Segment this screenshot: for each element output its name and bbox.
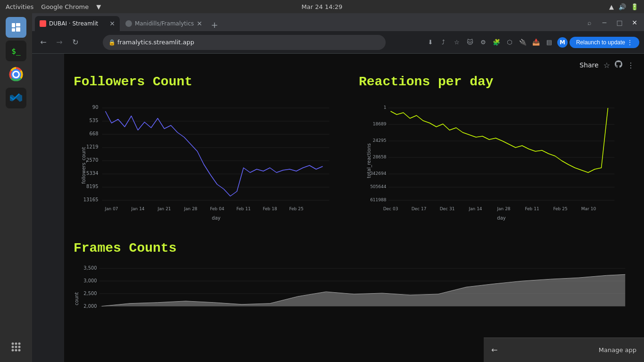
svg-point-9 bbox=[18, 343, 21, 345]
reactions-chart-title: Reactions per day bbox=[359, 74, 635, 89]
back-button[interactable]: ← bbox=[37, 36, 50, 49]
taskbar-files-icon[interactable] bbox=[6, 17, 26, 38]
taskbar-chrome-icon[interactable] bbox=[6, 64, 26, 85]
taskbar-dots-icon[interactable] bbox=[6, 337, 26, 357]
frames-section: Frames Counts 3,500 3,000 2,500 2,000 co… bbox=[74, 241, 635, 318]
svg-rect-2 bbox=[16, 23, 20, 26]
tab1-close-icon[interactable]: ✕ bbox=[109, 20, 115, 27]
tab2-close-icon[interactable]: ✕ bbox=[197, 20, 202, 27]
svg-text:day: day bbox=[497, 215, 505, 221]
tab-framalytics[interactable]: Manidills/Framalytics ✕ bbox=[121, 16, 207, 31]
svg-point-11 bbox=[15, 346, 17, 348]
extension-puzzle-icon[interactable]: 🔌 bbox=[517, 36, 529, 49]
svg-text:18689: 18689 bbox=[373, 122, 387, 126]
download-page-icon[interactable]: ⬇ bbox=[424, 36, 437, 49]
svg-text:90: 90 bbox=[92, 105, 99, 110]
svg-point-6 bbox=[14, 72, 18, 77]
sidebar-icon[interactable]: ▤ bbox=[543, 36, 555, 49]
svg-text:day: day bbox=[212, 215, 220, 221]
star-icon[interactable]: ☆ bbox=[603, 61, 610, 70]
download-icon[interactable]: 📥 bbox=[530, 36, 542, 49]
mask-icon[interactable]: 🐱 bbox=[464, 36, 476, 49]
svg-text:5334: 5334 bbox=[86, 171, 98, 176]
svg-text:2,000: 2,000 bbox=[83, 304, 97, 309]
svg-text:1219: 1219 bbox=[86, 144, 98, 149]
reactions-chart-area: 1 18689 24295 28658 342694 505644 611988… bbox=[359, 95, 635, 227]
manage-app-label[interactable]: Manage app bbox=[599, 346, 636, 354]
streamlit-header: Share ☆ ⋮ bbox=[74, 58, 635, 74]
svg-text:24295: 24295 bbox=[373, 138, 387, 143]
close-window-button[interactable]: ✕ bbox=[628, 16, 641, 29]
frames-chart-svg: 3,500 3,000 2,500 2,000 count bbox=[74, 261, 635, 318]
app-name-label: Google Chrome bbox=[41, 3, 89, 10]
back-arrow-btn[interactable]: ← bbox=[491, 346, 497, 354]
svg-text:Feb 25: Feb 25 bbox=[553, 206, 567, 211]
svg-text:Feb 11: Feb 11 bbox=[525, 206, 539, 211]
os-topbar: Activities Google Chrome ▼ Mar 24 14:29 … bbox=[0, 0, 644, 13]
volume-icon: 🔊 bbox=[619, 3, 626, 10]
svg-text:Jan 07: Jan 07 bbox=[104, 206, 118, 211]
svg-text:2570: 2570 bbox=[86, 157, 98, 163]
svg-text:611988: 611988 bbox=[370, 197, 387, 202]
svg-text:Jan 28: Jan 28 bbox=[496, 206, 510, 211]
svg-point-10 bbox=[12, 346, 14, 348]
extension-icon1[interactable]: ⚙ bbox=[477, 36, 489, 49]
svg-text:342694: 342694 bbox=[370, 171, 387, 176]
reload-button[interactable]: ↻ bbox=[69, 36, 82, 49]
svg-rect-3 bbox=[16, 27, 20, 32]
bookmark-icon[interactable]: ☆ bbox=[451, 36, 463, 49]
framalytics-favicon bbox=[125, 20, 132, 27]
tab-dubai-streamlit[interactable]: DUBAI · Streamlit ✕ bbox=[35, 16, 120, 31]
battery-icon: 🔋 bbox=[631, 3, 638, 10]
svg-text:668: 668 bbox=[89, 131, 98, 136]
followers-chart-title: Followers Count bbox=[74, 74, 349, 89]
extension-icon2[interactable]: 🧩 bbox=[490, 36, 503, 49]
share-label[interactable]: Share bbox=[579, 61, 598, 69]
svg-point-8 bbox=[15, 343, 17, 345]
maximize-button[interactable]: □ bbox=[613, 16, 626, 29]
address-bar: ← → ↻ 🔒 framalytics.streamlit.app ⬇ ⤴ ☆ … bbox=[32, 31, 644, 54]
lock-icon: 🔒 bbox=[108, 39, 116, 46]
svg-text:followers_count: followers_count bbox=[81, 147, 87, 184]
github-icon[interactable] bbox=[615, 60, 622, 70]
svg-text:Jan 28: Jan 28 bbox=[183, 206, 197, 211]
activities-label[interactable]: Activities bbox=[6, 3, 33, 10]
streamlit-favicon bbox=[40, 20, 46, 27]
svg-text:8195: 8195 bbox=[86, 184, 98, 189]
left-taskbar: $_ bbox=[0, 13, 32, 362]
svg-text:Jan 21: Jan 21 bbox=[157, 206, 171, 211]
svg-point-13 bbox=[12, 349, 14, 352]
share-icon[interactable]: ⤴ bbox=[438, 36, 450, 49]
taskbar-terminal-icon[interactable]: $_ bbox=[6, 41, 26, 61]
svg-text:Dec 17: Dec 17 bbox=[412, 206, 427, 211]
extension-icon3[interactable]: ⬡ bbox=[504, 36, 516, 49]
profile-icon[interactable]: M bbox=[556, 36, 569, 49]
relaunch-label: Relaunch to update bbox=[576, 39, 625, 46]
relaunch-menu-icon[interactable]: ⋮ bbox=[627, 39, 633, 46]
reactions-chart-svg: 1 18689 24295 28658 342694 505644 611988… bbox=[359, 95, 635, 227]
toolbar-icons: ⬇ ⤴ ☆ 🐱 ⚙ 🧩 ⬡ 🔌 📥 ▤ M Relaunch to update… bbox=[424, 36, 639, 49]
svg-text:Dec 03: Dec 03 bbox=[383, 206, 398, 211]
svg-rect-1 bbox=[12, 28, 15, 32]
svg-text:28658: 28658 bbox=[373, 155, 387, 159]
svg-point-14 bbox=[15, 349, 17, 352]
svg-text:total_reactions: total_reactions bbox=[366, 143, 372, 178]
taskbar-vscode-icon[interactable] bbox=[6, 88, 26, 108]
more-icon[interactable]: ⋮ bbox=[627, 61, 635, 70]
svg-text:Dec 31: Dec 31 bbox=[440, 206, 455, 211]
svg-text:2,500: 2,500 bbox=[83, 291, 97, 296]
address-input[interactable]: 🔒 framalytics.streamlit.app bbox=[103, 35, 386, 50]
relaunch-button[interactable]: Relaunch to update ⋮ bbox=[570, 37, 639, 48]
svg-text:Mar 10: Mar 10 bbox=[581, 206, 596, 211]
charts-row: Followers Count 90 535 668 1219 2570 533… bbox=[74, 74, 635, 227]
new-tab-button[interactable]: + bbox=[208, 18, 221, 31]
svg-text:13165: 13165 bbox=[83, 197, 99, 202]
minimize-button[interactable]: ─ bbox=[598, 16, 611, 29]
dropdown-icon[interactable]: ▼ bbox=[96, 3, 101, 10]
frames-chart-title: Frames Counts bbox=[74, 241, 635, 255]
tab-search-icon[interactable]: ⌕ bbox=[583, 16, 596, 29]
forward-button[interactable]: → bbox=[53, 36, 66, 49]
tab-bar: DUBAI · Streamlit ✕ Manidills/Framalytic… bbox=[32, 13, 644, 31]
svg-point-7 bbox=[12, 343, 14, 345]
svg-text:Feb 25: Feb 25 bbox=[289, 206, 303, 211]
